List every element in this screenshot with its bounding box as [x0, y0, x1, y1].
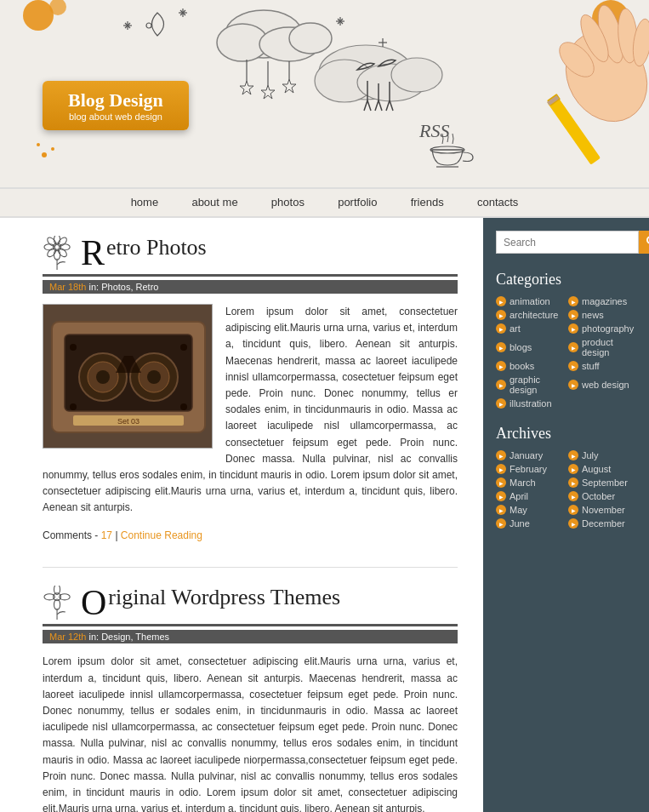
category-link-books[interactable]: books [510, 361, 534, 371]
svg-point-29 [391, 58, 442, 92]
post-2-header: Original Wordpress Themes [43, 585, 458, 626]
archive-july: July [568, 449, 636, 461]
search-box [496, 231, 636, 254]
category-link-photography[interactable]: photography [582, 323, 634, 334]
site-title: Blog Design [68, 89, 163, 112]
svg-line-8 [125, 23, 130, 28]
archive-link-may[interactable]: May [510, 505, 527, 515]
arrow-icon-july [568, 450, 578, 460]
svg-line-38 [390, 100, 393, 111]
post-1-comments-link[interactable]: 17 [101, 529, 112, 541]
nav-home[interactable]: home [131, 196, 159, 209]
category-link-product-design[interactable]: product design [582, 337, 636, 357]
post-2-text: Lorem ipsum dolor sit amet, consectetuer… [43, 654, 458, 812]
category-link-blogs[interactable]: blogs [510, 342, 532, 352]
archive-link-june[interactable]: June [510, 518, 530, 529]
svg-point-4 [289, 23, 332, 54]
archive-link-july[interactable]: July [582, 450, 599, 460]
post-2-initial: O [81, 585, 106, 620]
post-2-title-rest: riginal Wordpress Themes [108, 585, 340, 609]
category-photography: photography [568, 323, 636, 335]
site-subtitle: blog about web design [68, 112, 163, 122]
archive-link-september[interactable]: September [582, 477, 628, 488]
archive-link-november[interactable]: November [582, 505, 625, 515]
archive-november: November [568, 504, 636, 516]
archive-link-january[interactable]: January [510, 450, 543, 460]
arrow-icon-december [568, 518, 578, 529]
svg-point-66 [56, 236, 68, 248]
category-link-illustration[interactable]: illustration [510, 398, 552, 409]
post-1-date: Mar 18th [49, 282, 86, 292]
svg-point-44 [49, 0, 66, 15]
archive-link-december[interactable]: December [582, 518, 625, 529]
post-1-initial: R [81, 235, 105, 271]
main-layout: Retro Photos Mar 18th in: Photos, Retro [0, 218, 649, 812]
category-illustration: illustration [496, 397, 564, 409]
main-navigation: home about me photos portfolio friends c… [0, 187, 649, 218]
svg-line-12 [180, 10, 185, 15]
nav-friends[interactable]: friends [411, 196, 444, 209]
svg-line-36 [379, 100, 382, 111]
search-input[interactable] [496, 231, 639, 254]
arrow-icon-february [496, 464, 506, 474]
category-link-web-design[interactable]: web design [582, 380, 629, 390]
category-link-news[interactable]: news [582, 310, 604, 320]
arrow-icon-august [568, 464, 578, 474]
category-link-architecture[interactable]: architecture [510, 310, 558, 320]
svg-point-19 [146, 23, 151, 28]
svg-text:RSS: RSS [418, 120, 449, 141]
svg-point-75 [96, 370, 110, 384]
category-animation: animation [496, 295, 564, 307]
archive-link-april[interactable]: April [510, 491, 528, 501]
archive-april: April [496, 490, 564, 502]
archive-may: May [496, 504, 564, 516]
svg-marker-25 [282, 79, 296, 93]
nav-photos[interactable]: photos [271, 196, 305, 209]
arrow-icon-magazines [568, 296, 578, 306]
post-1-category: Photos, Retro [101, 282, 158, 292]
svg-point-41 [37, 143, 40, 146]
search-icon [646, 235, 649, 247]
archive-june: June [496, 518, 564, 529]
arrow-icon-january [496, 450, 506, 460]
arrow-icon-product-design [568, 342, 578, 352]
post-1-body: Set 03 Lorem ipsum dolor sit amet, conse… [43, 304, 458, 516]
svg-point-1 [225, 10, 302, 58]
arrow-icon-september [568, 477, 578, 488]
archive-february: February [496, 463, 564, 475]
category-link-animation[interactable]: animation [510, 296, 550, 306]
post-1-continue-link[interactable]: Continue Reading [121, 529, 202, 541]
archive-link-august[interactable]: August [582, 464, 611, 474]
nav-portfolio[interactable]: portfolio [338, 196, 377, 209]
post-1-category-prefix: in: [88, 282, 101, 292]
post-2-category: Design, Themes [101, 632, 169, 642]
arrow-icon-news [568, 310, 578, 320]
nav-about[interactable]: about me [191, 196, 237, 209]
svg-point-40 [51, 147, 54, 151]
categories-section: Categories animation magazines architect… [496, 271, 636, 409]
svg-point-84 [180, 403, 187, 410]
site-header: Blog Design blog about web design [0, 0, 649, 187]
category-link-magazines[interactable]: magazines [582, 296, 627, 306]
post-1-image: Set 03 [43, 304, 213, 449]
category-link-graphic-design[interactable]: graphic design [510, 375, 564, 395]
svg-point-83 [70, 403, 77, 410]
archive-link-october[interactable]: October [582, 491, 615, 501]
arrow-icon-june [496, 518, 506, 529]
archives-title: Archives [496, 425, 636, 443]
arrow-icon-stuff [568, 361, 578, 371]
archive-september: September [568, 477, 636, 489]
nav-contacts[interactable]: contacts [477, 196, 518, 209]
category-graphic-design: graphic design [496, 374, 564, 396]
arrow-icon-books [496, 361, 506, 371]
arrow-icon-art [496, 323, 506, 334]
archive-link-march[interactable]: March [510, 477, 536, 488]
archive-link-february[interactable]: February [510, 464, 547, 474]
svg-point-28 [357, 64, 425, 101]
svg-marker-24 [261, 85, 275, 99]
pencil-decoration [462, 0, 649, 170]
category-link-art[interactable]: art [510, 323, 521, 334]
category-link-stuff[interactable]: stuff [582, 361, 600, 371]
post-1-meta: Mar 18th in: Photos, Retro [43, 280, 458, 294]
search-button[interactable] [639, 231, 649, 254]
